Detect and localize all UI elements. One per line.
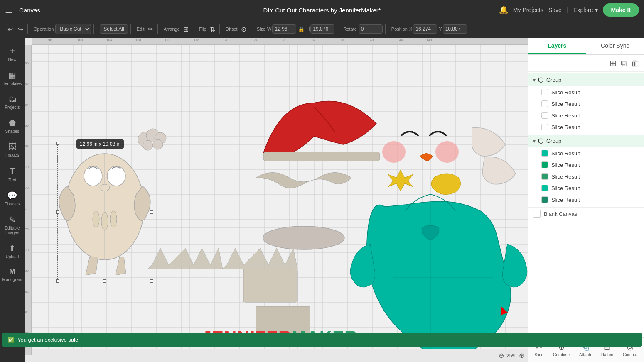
notification-banner[interactable]: ✅ You get an exclusive sale!	[2, 333, 642, 347]
svg-point-14	[153, 139, 163, 149]
width-input[interactable]	[272, 24, 296, 34]
sidebar-item-shapes[interactable]: ⬟ Shapes	[1, 115, 24, 137]
ruler-tick: 80	[25, 269, 29, 273]
group2-chevron-icon: ▾	[533, 138, 536, 144]
layers-list: ▾ ⬡ Group Slice Result Slice Result Slic…	[528, 72, 644, 337]
zoom-bar: ⊖ 25% ⊕	[32, 349, 528, 362]
sidebar-item-images[interactable]: 🖼 Images	[1, 139, 24, 161]
operation-group: Operation Basic Cut	[31, 24, 94, 34]
sidebar-item-editable-images[interactable]: ✎ Editable Images	[1, 211, 24, 238]
layer-item-sr7[interactable]: Slice Result	[528, 171, 644, 182]
sidebar-item-text[interactable]: T Text	[1, 162, 24, 186]
zoom-controls: ⊖ 25% ⊕	[499, 352, 524, 360]
sidebar-item-projects[interactable]: 🗂 Projects	[1, 91, 24, 113]
plate-shape-group[interactable]	[256, 173, 351, 250]
ruler-tick: 62	[25, 82, 29, 86]
canvas-svg	[32, 45, 528, 362]
delete-button[interactable]: 🗑	[631, 59, 639, 68]
redo-button[interactable]: ↪	[16, 24, 25, 34]
save-button[interactable]: Save	[548, 7, 562, 13]
size-group: Size W 🔒 H	[254, 24, 338, 34]
layer-item-sr4[interactable]: Slice Result	[528, 121, 644, 133]
wing-shapes-group[interactable]	[472, 128, 516, 184]
owl-figure-group[interactable]	[59, 154, 150, 275]
y-input[interactable]	[443, 24, 467, 34]
notification-icon: ✅	[7, 337, 14, 343]
ruler-tick: 60	[25, 61, 29, 65]
svg-point-15	[143, 140, 153, 150]
undo-button[interactable]: ↩	[6, 24, 15, 34]
ruler-tick: 72	[25, 186, 29, 190]
panel-actions: ⊞ ⧉ 🗑	[528, 55, 644, 72]
edit-icon-button[interactable]: ✏	[146, 24, 155, 34]
templates-icon: ▦	[8, 70, 16, 80]
face-features-group[interactable]	[382, 132, 461, 194]
duplicate-button[interactable]: ⧉	[621, 59, 627, 68]
tab-layers[interactable]: Layers	[528, 38, 586, 54]
sidebar-item-new-label: New	[8, 57, 16, 62]
rotate-input[interactable]	[359, 24, 383, 34]
offset-icon-button[interactable]: ⊙	[239, 24, 248, 34]
blank-canvas-row[interactable]: Blank Canvas	[528, 207, 644, 220]
blank-canvas-label: Blank Canvas	[544, 211, 577, 217]
layer-item-sr8[interactable]: Slice Result	[528, 182, 644, 194]
layer-name-sr8: Slice Result	[551, 185, 580, 191]
zoom-out-button[interactable]: ⊖	[499, 352, 504, 360]
svg-point-4	[100, 184, 110, 191]
crown-shapes-group[interactable]	[148, 248, 310, 335]
arrange-icon-button[interactable]: ⊞	[182, 24, 190, 34]
sidebar-item-images-label: Images	[5, 153, 19, 157]
group1-icon: ⬡	[538, 76, 544, 84]
sidebar-item-templates[interactable]: ▦ Templates	[1, 67, 24, 89]
text-icon: T	[10, 166, 15, 176]
tab-color-sync[interactable]: Color Sync	[586, 38, 644, 54]
my-projects-button[interactable]: My Projects	[513, 7, 543, 13]
attach-label: Attach	[579, 352, 591, 357]
explore-button[interactable]: Explore ▾	[573, 7, 597, 13]
santa-hat-group[interactable]	[263, 101, 380, 161]
group-all-button[interactable]: ⊞	[610, 58, 617, 68]
x-label: X	[409, 27, 412, 32]
layer-item-sr6[interactable]: Slice Result	[528, 159, 644, 171]
ruler-tick: 64	[25, 103, 29, 107]
canvas-area[interactable]: 96 100 104 108 112 116 120 124 128 132 1…	[25, 38, 528, 362]
operation-select[interactable]: Basic Cut	[55, 24, 91, 34]
layer-item-sr5[interactable]: Slice Result	[528, 147, 644, 159]
ruler-tick: 148	[426, 38, 432, 42]
vertical-ruler: 60 62 64 66 68 70 72 74 76 78 80 82 84 8…	[25, 45, 32, 355]
cloud-shape[interactable]	[138, 129, 166, 150]
layer-item-sr1[interactable]: Slice Result	[528, 86, 644, 98]
x-input[interactable]	[413, 24, 437, 34]
lock-icon[interactable]: 🔒	[298, 26, 305, 32]
panel-tabs: Layers Color Sync	[528, 38, 644, 55]
editable-images-icon: ✎	[9, 215, 16, 225]
layer-item-sr2[interactable]: Slice Result	[528, 98, 644, 110]
select-all-button[interactable]: Select All	[100, 24, 128, 34]
height-input[interactable]	[310, 24, 334, 34]
layer-item-sr3[interactable]: Slice Result	[528, 110, 644, 121]
flip-group: Flip ⇅	[197, 24, 220, 34]
ruler-tick: 70	[25, 165, 29, 169]
sidebar-item-upload[interactable]: ⬆ Upload	[1, 240, 24, 262]
offset-group: Offset ⊙	[223, 24, 251, 34]
sidebar-item-monogram[interactable]: M Monogram	[1, 264, 24, 285]
layer-name-sr1: Slice Result	[551, 89, 580, 95]
layer-group-1-header[interactable]: ▾ ⬡ Group	[528, 73, 644, 86]
ruler-tick: 116	[194, 38, 199, 42]
notification-bell-icon[interactable]: 🔔	[499, 5, 508, 15]
layer-group-2-header[interactable]: ▾ ⬡ Group	[528, 135, 644, 147]
size-label: Size	[257, 27, 265, 32]
zoom-in-button[interactable]: ⊕	[519, 352, 524, 360]
make-it-button[interactable]: Make It	[603, 3, 639, 17]
layer-item-sr9[interactable]: Slice Result	[528, 194, 644, 205]
new-icon: ＋	[8, 45, 17, 56]
phrases-icon: 💬	[7, 191, 17, 201]
ruler-tick: 100	[77, 38, 83, 42]
hamburger-menu-icon[interactable]: ☰	[5, 5, 12, 15]
ruler-tick: 104	[106, 38, 112, 42]
ruler-tick: 140	[368, 38, 374, 42]
canvas-content[interactable]: 12.96 in x 19.08 in	[32, 45, 528, 362]
sidebar-item-new[interactable]: ＋ New	[1, 42, 24, 65]
sidebar-item-phrases[interactable]: 💬 Phrases	[1, 187, 24, 210]
flip-icon-button[interactable]: ⇅	[208, 24, 217, 34]
